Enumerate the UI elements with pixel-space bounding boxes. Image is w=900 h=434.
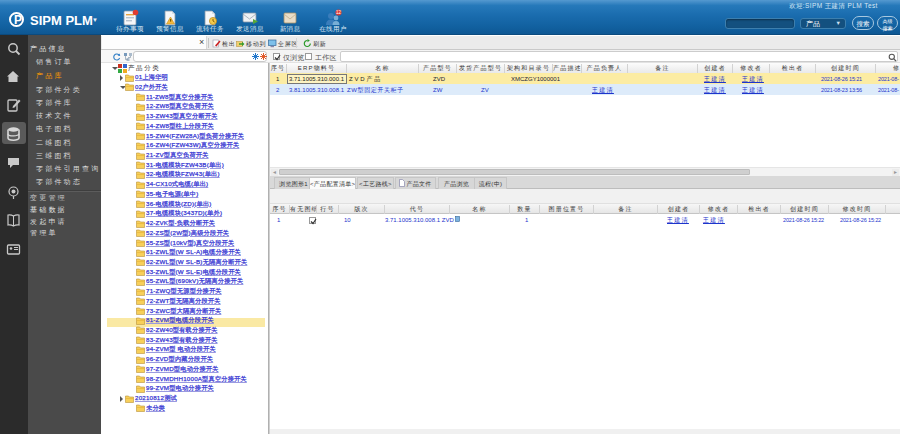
svg-text:12: 12 (336, 10, 342, 15)
